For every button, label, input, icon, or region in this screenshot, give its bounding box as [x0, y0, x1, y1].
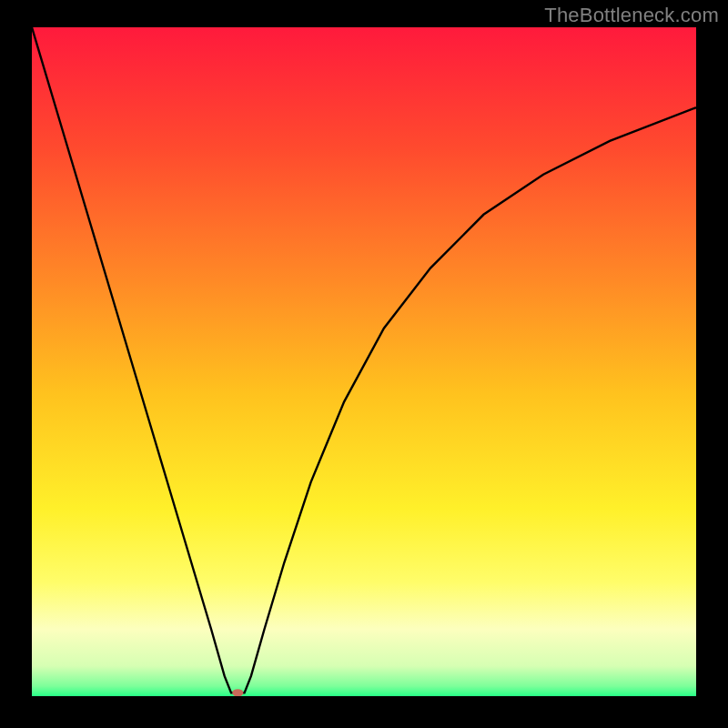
chart-svg [32, 27, 696, 696]
chart-frame: TheBottleneck.com [0, 0, 728, 728]
watermark-text: TheBottleneck.com [544, 4, 719, 27]
plot-area [32, 27, 696, 696]
